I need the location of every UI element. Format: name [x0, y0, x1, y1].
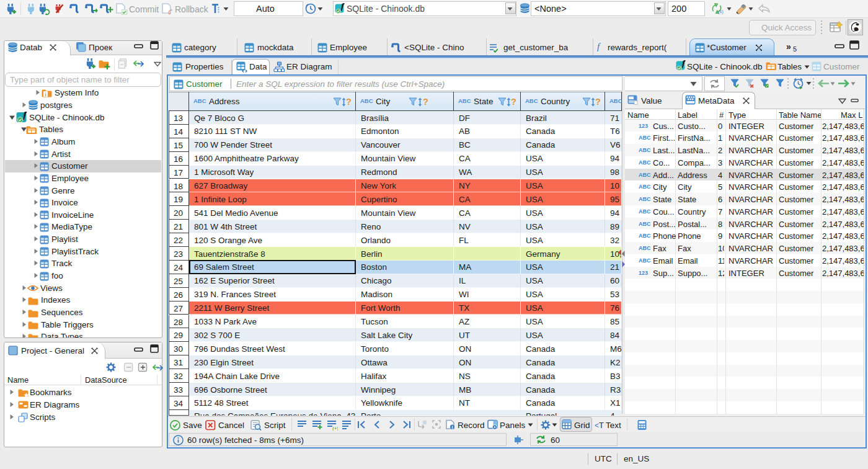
svg-text:(s): (s)	[718, 9, 724, 14]
svg-text:(+): (+)	[332, 426, 338, 431]
svg-text:i: i	[451, 424, 453, 429]
svg-text:f: f	[597, 42, 601, 51]
svg-text:T: T	[599, 421, 604, 430]
